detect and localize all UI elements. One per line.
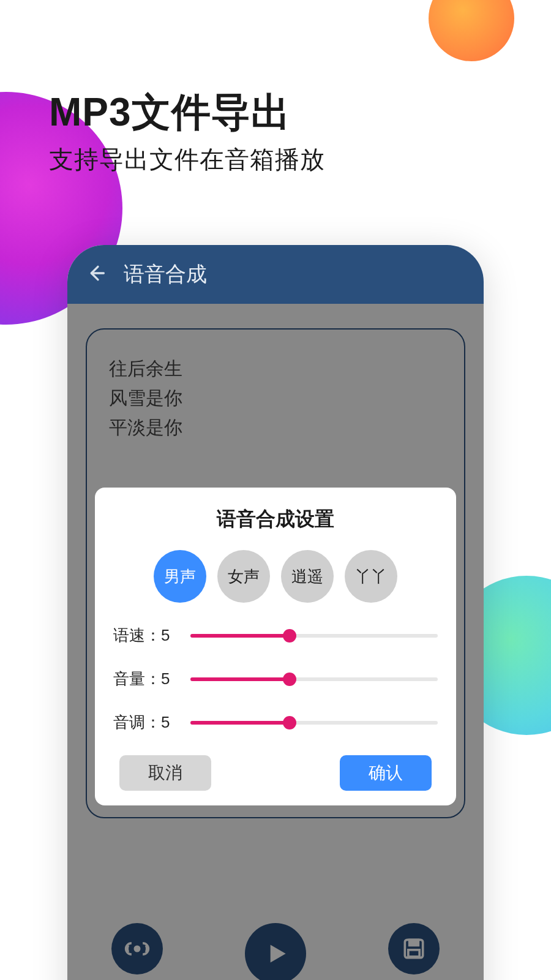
confirm-button[interactable]: 确认 [340,755,432,791]
speed-slider[interactable] [190,634,438,638]
pitch-slider[interactable] [190,721,438,725]
slider-thumb[interactable] [283,629,296,643]
back-arrow-icon[interactable] [86,262,105,287]
slider-label: 语速：5 [113,625,181,646]
app-header: 语音合成 [67,245,484,304]
app-header-title: 语音合成 [124,260,207,288]
volume-slider-row: 音量：5 [113,668,438,690]
app-body: 往后余生 风雪是你 平淡是你 播放设置 播放 保存语音 [67,304,484,980]
phone-mockup: 语音合成 往后余生 风雪是你 平淡是你 播放设置 播放 [67,245,484,980]
decorative-circle-orange [429,0,514,61]
volume-slider[interactable] [190,677,438,681]
slider-fill [190,677,290,681]
slider-label: 音调：5 [113,712,181,733]
voice-options: 男声 女声 逍遥 丫丫 [113,550,438,603]
pitch-slider-row: 音调：5 [113,712,438,733]
cancel-button[interactable]: 取消 [119,755,211,791]
slider-label: 音量：5 [113,668,181,690]
headline: MP3文件导出 支持导出文件在音箱播放 [49,86,325,176]
slider-thumb[interactable] [283,716,296,729]
speed-slider-row: 语速：5 [113,625,438,646]
slider-fill [190,634,290,638]
page-title: MP3文件导出 [49,86,325,139]
dialog-buttons: 取消 确认 [113,755,438,791]
voice-settings-dialog: 语音合成设置 男声 女声 逍遥 丫丫 语速：5 音量：5 [95,488,456,805]
slider-fill [190,721,290,725]
slider-thumb[interactable] [283,673,296,686]
voice-option-xiaoyao[interactable]: 逍遥 [281,550,334,603]
voice-option-male[interactable]: 男声 [154,550,206,603]
voice-option-female[interactable]: 女声 [217,550,270,603]
voice-option-yaya[interactable]: 丫丫 [345,550,397,603]
dialog-title: 语音合成设置 [113,506,438,533]
page-subtitle: 支持导出文件在音箱播放 [49,143,325,176]
